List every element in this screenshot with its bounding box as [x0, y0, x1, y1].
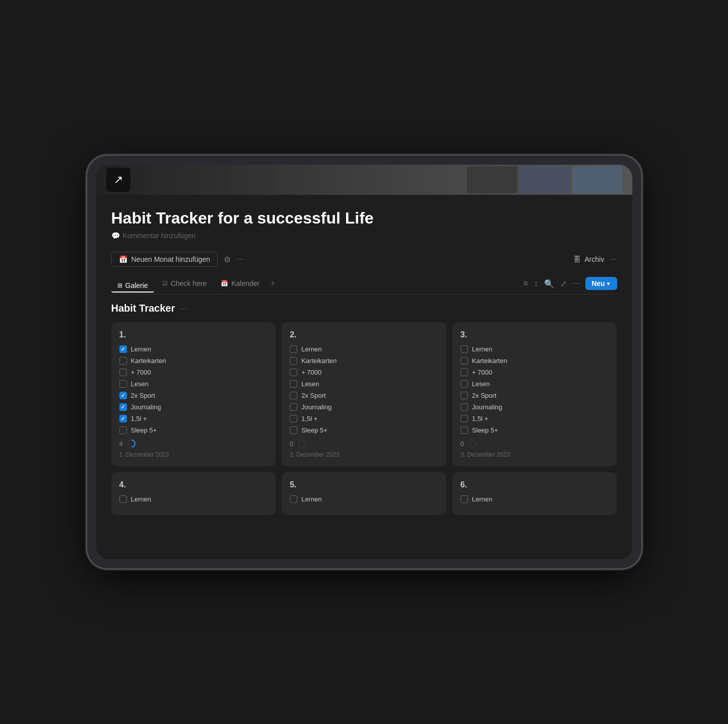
new-button[interactable]: Neu ▼ [585, 277, 617, 290]
check-label: + 7000 [472, 369, 492, 376]
tab-kalender[interactable]: 📅 Kalender [215, 277, 266, 289]
search-icon[interactable]: 🔍 [544, 279, 554, 288]
checkbox-sleep-5+[interactable] [290, 426, 297, 434]
tab-galerie-label: Galerie [125, 281, 148, 289]
checkbox-+-7000[interactable] [460, 369, 468, 376]
checkbox-lesen[interactable] [290, 380, 297, 388]
checkbox-sleep-5+[interactable] [119, 426, 127, 434]
add-month-label: Neuen Monat hinzufügen [131, 255, 210, 263]
checkbox-2x-sport[interactable] [290, 392, 297, 399]
tablet-screen: ↗ Habit Tracker for a successful Life 💬 … [96, 165, 632, 559]
back-arrow-icon[interactable]: ↗ [106, 168, 130, 192]
checkbox-lesen[interactable] [119, 380, 127, 388]
add-tab-button[interactable]: + [268, 277, 278, 290]
checkbox-journaling[interactable] [119, 403, 127, 411]
check-item: Lesen [290, 380, 438, 388]
checkbox-sleep-5+[interactable] [460, 426, 468, 434]
checkbox-journaling[interactable] [460, 403, 468, 411]
add-month-button[interactable]: 📅 Neuen Monat hinzufügen [111, 252, 218, 267]
card-number: 5. [290, 480, 438, 489]
check-item: Sleep 5+ [290, 426, 438, 434]
card-count: 4 [119, 440, 123, 448]
check-item: Lesen [119, 380, 268, 388]
checkbox-lernen[interactable] [460, 345, 468, 353]
progress-ring [297, 439, 306, 448]
filter-icon[interactable]: ≡ [523, 279, 527, 288]
check-label: Lernen [472, 495, 492, 503]
checkbox-+-7000[interactable] [290, 369, 297, 376]
toolbar-dots-button[interactable]: ··· [237, 255, 243, 264]
check-label: Lernen [301, 345, 321, 353]
svg-point-2 [298, 440, 305, 447]
check-item: 2x Sport [290, 392, 438, 399]
check-item: Journaling [119, 403, 268, 411]
checkbox-lernen[interactable] [119, 495, 127, 503]
checkbox-lernen[interactable] [290, 495, 297, 503]
kalender-icon: 📅 [221, 280, 228, 287]
tab-check-here-label: Check here [171, 279, 207, 287]
tablet-frame: ↗ Habit Tracker for a successful Life 💬 … [87, 156, 641, 568]
check-item: Journaling [290, 403, 438, 411]
card-number: 4. [119, 480, 268, 489]
checkbox-2x-sport[interactable] [119, 392, 127, 399]
check-item: + 7000 [290, 369, 438, 376]
check-item: Sleep 5+ [460, 426, 609, 434]
header-image: ↗ [96, 165, 632, 195]
link-icon[interactable]: ⤢ [560, 279, 567, 288]
checkbox-lernen[interactable] [290, 345, 297, 353]
tab-kalender-label: Kalender [231, 279, 259, 287]
tab-check-here[interactable]: ☑ Check here [156, 277, 213, 289]
archiv-icon: 🗄 [573, 255, 580, 263]
check-label: Lesen [301, 380, 319, 388]
checkbox-1,5l-+[interactable] [460, 415, 468, 422]
page-title: Habit Tracker for a successful Life [111, 209, 617, 228]
check-label: 2x Sport [301, 392, 325, 399]
checkbox-karteikarten[interactable] [460, 357, 468, 365]
habit-card-4: 4.Lernen [111, 472, 276, 515]
check-item: Lesen [460, 380, 609, 388]
checkbox-karteikarten[interactable] [119, 357, 127, 365]
checkbox-lernen[interactable] [119, 345, 127, 353]
archiv-dots-button[interactable]: ··· [610, 255, 617, 264]
archiv-label: Archiv [584, 255, 604, 263]
archiv-button[interactable]: 🗄 Archiv [573, 255, 604, 263]
check-item: Lernen [460, 345, 609, 353]
more-icon[interactable]: ··· [573, 279, 579, 288]
habit-card-2: 2.LernenKarteikarten+ 7000Lesen2x SportJ… [282, 322, 446, 466]
check-label: Karteikarten [301, 357, 337, 365]
habit-card-3: 3.LernenKarteikarten+ 7000Lesen2x SportJ… [452, 322, 617, 466]
check-label: + 7000 [131, 369, 151, 376]
tab-galerie[interactable]: ⊞ Galerie [111, 279, 154, 293]
card-number: 6. [460, 480, 609, 489]
check-label: Lesen [472, 380, 490, 388]
check-label: Lernen [301, 495, 321, 503]
checkbox-2x-sport[interactable] [460, 392, 468, 399]
checkbox-lesen[interactable] [460, 380, 468, 388]
checkbox-1,5l-+[interactable] [290, 415, 297, 422]
comment-hint-text: Kommentar hinzufügen [123, 232, 196, 240]
checkbox-karteikarten[interactable] [290, 357, 297, 365]
checkbox-lernen[interactable] [460, 495, 468, 503]
check-label: Journaling [301, 403, 332, 411]
settings-button[interactable]: ⚙ [224, 255, 231, 264]
check-label: Lernen [472, 345, 492, 353]
card-count: 0 [460, 440, 464, 448]
card-footer: 4 [119, 439, 268, 448]
check-item: 2x Sport [460, 392, 609, 399]
checkbox-1,5l-+[interactable] [119, 415, 127, 422]
check-label: Sleep 5+ [472, 426, 498, 434]
sort-icon[interactable]: ↕ [534, 279, 538, 288]
checkbox-+-7000[interactable] [119, 369, 127, 376]
card-date: 3. Dezember 2023 [460, 451, 609, 458]
check-item: Karteikarten [460, 357, 609, 365]
checkbox-journaling[interactable] [290, 403, 297, 411]
card-number: 3. [460, 330, 609, 339]
section-header: Habit Tracker ··· [111, 303, 617, 314]
check-item: Journaling [460, 403, 609, 411]
check-label: 2x Sport [131, 392, 155, 399]
check-item: 1,5l + [290, 415, 438, 422]
comment-hint[interactable]: 💬 Kommentar hinzufügen [111, 232, 617, 240]
section-dots-button[interactable]: ··· [180, 304, 186, 313]
check-label: Sleep 5+ [301, 426, 327, 434]
check-here-icon: ☑ [162, 280, 168, 287]
